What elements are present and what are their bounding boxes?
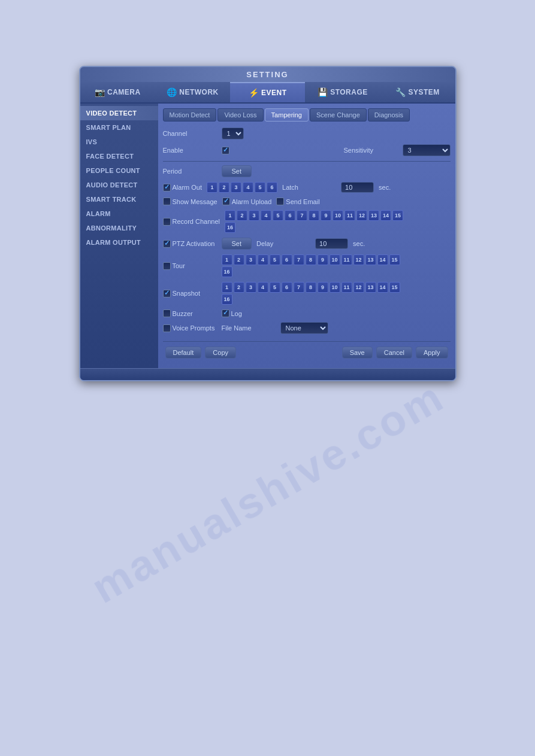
snap-ch-7[interactable]: 7 [294,282,304,293]
snap-ch-5[interactable]: 5 [270,282,280,293]
sidebar-item-alarm-output[interactable]: ALARM OUTPUT [80,235,158,250]
rec-ch-15[interactable]: 15 [392,210,403,221]
tour-label[interactable]: Tour [163,262,217,270]
alarm-ch-1[interactable]: 1 [207,182,217,193]
snap-ch-11[interactable]: 11 [341,282,352,293]
sidebar-item-face-detect[interactable]: FACE DETECT [80,149,158,163]
rec-ch-2[interactable]: 2 [237,210,247,221]
delay-input[interactable] [315,238,348,249]
snap-ch-16[interactable]: 16 [222,294,232,305]
latch-input[interactable] [341,182,374,193]
ptz-set-button[interactable]: Set [222,238,252,250]
tour-ch-3[interactable]: 3 [246,254,256,265]
alarm-ch-2[interactable]: 2 [219,182,229,193]
sensitivity-select[interactable]: 3 1 2 4 5 [403,144,451,156]
rec-ch-7[interactable]: 7 [297,210,307,221]
tour-ch-6[interactable]: 6 [282,254,292,265]
record-channel-checkbox[interactable] [163,218,171,226]
rec-ch-14[interactable]: 14 [380,210,391,221]
sidebar-item-smart-plan[interactable]: SMART PLAN [80,120,158,135]
snap-ch-2[interactable]: 2 [234,282,244,293]
tab-network[interactable]: 🌐 NETWORK [155,82,230,102]
tab-system[interactable]: 🔧 SYSTEM [380,82,455,102]
snap-ch-14[interactable]: 14 [377,282,388,293]
tour-ch-11[interactable]: 11 [341,254,352,265]
apply-button[interactable]: Apply [416,347,448,359]
rec-ch-3[interactable]: 3 [249,210,259,221]
snap-ch-15[interactable]: 15 [389,282,400,293]
rec-ch-5[interactable]: 5 [273,210,283,221]
snap-ch-4[interactable]: 4 [258,282,268,293]
tour-ch-8[interactable]: 8 [306,254,316,265]
tab-storage[interactable]: 💾 STORAGE [305,82,380,102]
default-button[interactable]: Default [165,347,202,359]
sidebar-item-alarm[interactable]: ALARM [80,207,158,221]
rec-ch-9[interactable]: 9 [321,210,331,221]
tour-ch-15[interactable]: 15 [389,254,400,265]
save-button[interactable]: Save [342,347,373,359]
alarm-ch-3[interactable]: 3 [231,182,241,193]
channel-select[interactable]: 1 2 3 4 [222,127,244,139]
buzzer-checkbox[interactable] [163,309,171,317]
subtab-diagnosis[interactable]: Diagnosis [368,108,410,122]
subtab-video-loss[interactable]: Video Loss [217,108,263,122]
copy-button[interactable]: Copy [205,347,236,359]
tour-ch-5[interactable]: 5 [270,254,280,265]
period-set-button[interactable]: Set [222,165,252,177]
enable-checkbox[interactable] [222,147,229,154]
snap-ch-12[interactable]: 12 [353,282,364,293]
buzzer-label[interactable]: Buzzer [163,309,217,317]
ptz-activation-label[interactable]: PTZ Activation [163,240,217,248]
subtab-scene-change[interactable]: Scene Change [310,108,367,122]
send-email-checkbox[interactable] [276,198,284,205]
file-name-select[interactable]: None [280,322,328,334]
log-label[interactable]: Log [222,309,242,317]
snap-ch-9[interactable]: 9 [318,282,328,293]
tour-ch-16[interactable]: 16 [222,266,232,277]
rec-ch-10[interactable]: 10 [333,210,343,221]
tour-ch-14[interactable]: 14 [377,254,388,265]
rec-ch-4[interactable]: 4 [261,210,271,221]
rec-ch-6[interactable]: 6 [285,210,295,221]
snap-ch-10[interactable]: 10 [330,282,340,293]
subtab-motion-detect[interactable]: Motion Detect [163,108,217,122]
alarm-upload-label[interactable]: Alarm Upload [222,198,272,205]
tour-ch-7[interactable]: 7 [294,254,304,265]
snap-ch-3[interactable]: 3 [246,282,256,293]
send-email-label[interactable]: Send Email [276,198,319,205]
rec-ch-12[interactable]: 12 [356,210,367,221]
tour-ch-1[interactable]: 1 [222,254,232,265]
tour-ch-4[interactable]: 4 [258,254,268,265]
tour-ch-9[interactable]: 9 [318,254,328,265]
sidebar-item-ivs[interactable]: IVS [80,135,158,149]
tab-camera[interactable]: 📷 CAMERA [80,82,155,102]
sidebar-item-people-count[interactable]: PEOPLE COUNT [80,163,158,178]
snap-ch-8[interactable]: 8 [306,282,316,293]
cancel-button[interactable]: Cancel [376,347,412,359]
show-message-label[interactable]: Show Message [163,198,217,205]
sidebar-item-video-detect[interactable]: VIDEO DETECT [80,106,158,120]
sidebar-item-smart-track[interactable]: SMART TRACK [80,192,158,207]
tour-ch-12[interactable]: 12 [353,254,364,265]
tour-ch-2[interactable]: 2 [234,254,244,265]
snap-ch-6[interactable]: 6 [282,282,292,293]
rec-ch-16[interactable]: 16 [225,222,235,233]
ptz-activation-checkbox[interactable] [163,240,171,248]
snap-ch-1[interactable]: 1 [222,282,232,293]
record-channel-label[interactable]: Record Channel [163,218,220,226]
voice-prompts-checkbox[interactable] [163,324,171,332]
log-checkbox[interactable] [222,309,229,317]
snap-ch-13[interactable]: 13 [365,282,376,293]
alarm-ch-6[interactable]: 6 [267,182,277,193]
sidebar-item-audio-detect[interactable]: AUDIO DETECT [80,178,158,192]
rec-ch-8[interactable]: 8 [309,210,319,221]
tab-event[interactable]: ⚡ EVENT [230,82,305,102]
tour-ch-10[interactable]: 10 [330,254,340,265]
alarm-upload-checkbox[interactable] [222,198,230,205]
tour-ch-13[interactable]: 13 [365,254,376,265]
alarm-out-label[interactable]: Alarm Out [163,184,202,192]
tour-checkbox[interactable] [163,262,171,270]
rec-ch-11[interactable]: 11 [344,210,355,221]
show-message-checkbox[interactable] [163,198,171,205]
alarm-ch-5[interactable]: 5 [255,182,265,193]
